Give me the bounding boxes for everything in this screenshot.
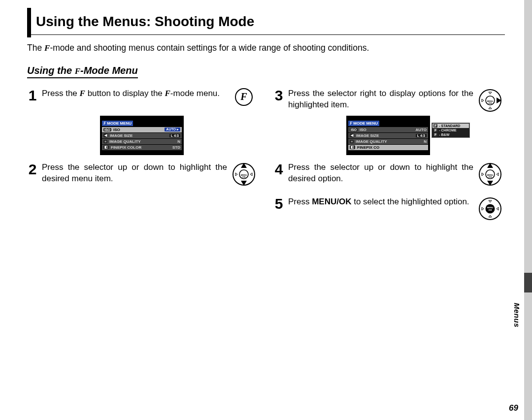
lcd-mock-fmode-menu: FMODE MENU ISOISO AUTO ▸ ◀IMAGE SIZE L 4… [100, 116, 184, 155]
popup-option-chrome: F- CHROME [432, 128, 469, 132]
options-popup: F- STANDARD F- CHROME F- B&W [432, 123, 470, 138]
svg-text:/OK: /OK [488, 209, 492, 211]
manual-page: Using the Menus: Shooting Mode The F-mod… [0, 0, 532, 420]
step-5: 5 Press MENU/OK to select the high­light… [273, 196, 503, 220]
step-text: Press the selector up or down to highlig… [42, 162, 227, 185]
left-column: 1 Press the F button to display the F-mo… [27, 83, 257, 220]
step-text: Press the F button to display the F-mode… [42, 88, 227, 99]
selector-ok-icon: MENU /OK [478, 196, 502, 221]
step-number: 5 [273, 196, 284, 211]
step-text: Press MENU/OK to select the high­lighted… [288, 196, 473, 208]
step-icon: MENU /OK [477, 196, 503, 222]
svg-marker-22 [482, 173, 484, 176]
step-number: 4 [273, 162, 284, 177]
two-column-layout: 1 Press the F button to display the F-mo… [27, 83, 505, 220]
svg-marker-7 [250, 173, 252, 176]
section-subheading: Using the F-Mode Menu [27, 65, 138, 78]
right-column: 3 Press the selector right to display op… [273, 83, 503, 220]
svg-marker-31 [497, 207, 499, 210]
mock-row-image-quality: ≡IMAGE QUALITY N [102, 139, 182, 144]
step-number: 1 [27, 88, 38, 103]
step-number: 3 [273, 88, 284, 103]
step-3: 3 Press the selector right to display op… [273, 88, 503, 112]
selector-up-down-icon: MENU /OK [232, 162, 256, 187]
mock-row-iso: ISOISO AUTO ▸ [102, 127, 182, 132]
page-number: 69 [509, 403, 518, 413]
svg-marker-28 [489, 200, 492, 202]
svg-marker-14 [482, 99, 484, 102]
popup-option-standard: F- STANDARD [432, 124, 469, 128]
f-glyph-icon: F [165, 88, 170, 99]
step-icon: MENU /OK [231, 162, 257, 188]
title-underline [27, 34, 505, 35]
step-2: 2 Press the selector up or down to highl… [27, 162, 257, 186]
svg-marker-30 [482, 207, 484, 210]
popup-option-bw: F- B&W [432, 132, 469, 137]
intro-text: The F-mode and shooting menus contain se… [27, 33, 505, 54]
svg-marker-23 [497, 173, 499, 176]
svg-text:/OK: /OK [488, 101, 492, 104]
f-button-icon: F [235, 88, 253, 106]
mock-row-image-quality: ≡IMAGE QUALITY N [348, 139, 428, 144]
f-glyph-icon: F [75, 66, 80, 76]
page-title-block: Using the Menus: Shooting Mode [27, 0, 505, 33]
f-glyph-icon: F [44, 43, 50, 54]
mock-title: FMODE MENU [348, 121, 379, 126]
mock-row-finepix-color: ◧FINEPIX CO [348, 145, 428, 150]
step-icon: MENU /OK [477, 88, 503, 114]
svg-marker-13 [489, 107, 492, 109]
lcd-mock-options: FMODE MENU ISOISO AUTO ◀IMAGE SIZE L 4:3… [273, 116, 503, 155]
step-1: 1 Press the F button to display the F-mo… [27, 88, 257, 112]
section-side-label: Menus [513, 303, 521, 327]
mock-row-image-size: ◀IMAGE SIZE L 4:3 [348, 133, 428, 138]
title-accent-bar [27, 8, 31, 37]
page-content: Using the Menus: Shooting Mode The F-mod… [27, 0, 505, 420]
step-number: 2 [27, 162, 38, 177]
f-glyph-icon: F [80, 88, 85, 99]
step-text: Press the selector up or down to highlig… [288, 162, 473, 185]
step-icon: MENU /OK [477, 162, 503, 188]
svg-marker-29 [489, 215, 492, 217]
svg-text:/OK: /OK [242, 175, 245, 178]
mock-row-iso: ISOISO AUTO [348, 127, 428, 132]
page-edge-rail [524, 0, 532, 420]
step-text: Press the selector right to display opti… [288, 88, 473, 111]
svg-marker-6 [235, 173, 237, 176]
mock-title: FMODE MENU [102, 121, 133, 126]
step-icon: F [231, 88, 257, 114]
mock-row-image-size: ◀IMAGE SIZE L 4:3 [102, 133, 182, 138]
selector-right-icon: MENU /OK [478, 88, 502, 113]
section-tab-mark [524, 273, 532, 292]
step-4: 4 Press the selector up or down to highl… [273, 162, 503, 186]
svg-text:/OK: /OK [488, 175, 492, 178]
selector-up-down-icon: MENU /OK [478, 162, 502, 187]
page-title: Using the Menus: Shooting Mode [27, 14, 505, 33]
svg-marker-12 [489, 92, 492, 94]
mock-row-finepix-color: ◧FINEPIX COLOR STD [102, 145, 182, 150]
